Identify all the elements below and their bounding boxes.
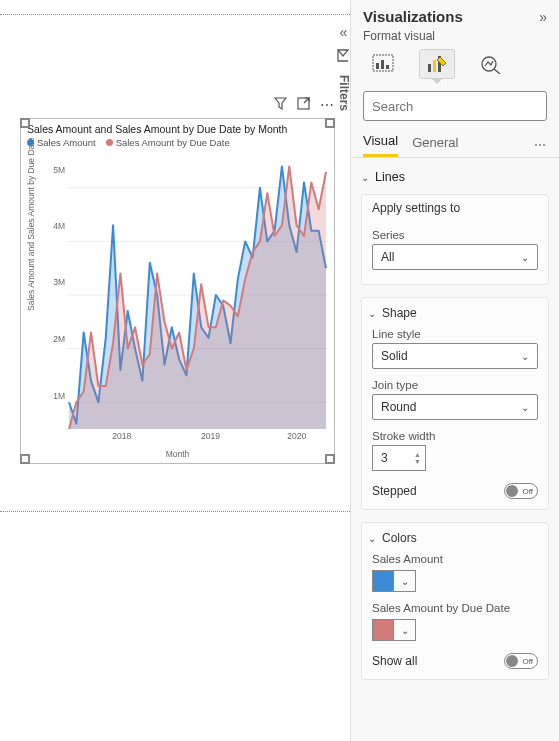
stepper-value: 3: [381, 451, 388, 465]
color-swatch[interactable]: [372, 619, 394, 641]
group-header-colors[interactable]: ⌄ Colors: [362, 523, 548, 549]
svg-rect-11: [433, 60, 436, 72]
collapse-filters-icon[interactable]: «: [340, 24, 348, 40]
svg-rect-10: [428, 64, 431, 72]
legend-item: Sales Amount: [27, 137, 96, 148]
canvas-boundary-bottom: [0, 511, 350, 512]
bookmark-icon[interactable]: [336, 48, 351, 63]
report-canvas: « Filters ⋯ Sales Amount and Sales Amoun…: [0, 0, 350, 741]
svg-point-13: [482, 57, 496, 71]
resize-handle[interactable]: [325, 118, 335, 128]
x-tick: 2018: [112, 431, 131, 441]
y-tick: 1M: [53, 391, 65, 401]
chart-legend: Sales Amount Sales Amount by Due Date: [21, 137, 334, 150]
show-all-toggle[interactable]: Off: [504, 653, 538, 669]
group-colors: ⌄ Colors Sales Amount ⌄ Sales Amount by …: [361, 522, 549, 680]
chevron-down-icon: ⌄: [368, 308, 376, 319]
chevron-down-icon: ⌄: [361, 172, 369, 183]
group-label: Shape: [382, 306, 417, 320]
y-tick: 2M: [53, 334, 65, 344]
stroke-width-stepper[interactable]: 3 ▲▼: [372, 445, 426, 471]
y-axis-ticks: 1M 2M 3M 4M 5M: [45, 161, 65, 429]
toggle-label: Show all: [372, 654, 417, 668]
line-style-select[interactable]: Solid ⌄: [372, 343, 538, 369]
y-tick: 4M: [53, 221, 65, 231]
field-label: Sales Amount: [362, 549, 548, 568]
tab-general[interactable]: General: [412, 135, 458, 156]
visualizations-panel: Visualizations » Format visual Visual Ge…: [350, 0, 559, 741]
tab-visual[interactable]: Visual: [363, 133, 398, 157]
section-lines[interactable]: ⌄ Lines: [351, 162, 559, 190]
color-picker-chevron[interactable]: ⌄: [394, 570, 416, 592]
select-value: All: [381, 250, 394, 264]
filter-icon[interactable]: [274, 97, 287, 113]
y-tick: 5M: [53, 165, 65, 175]
plot-area: [67, 161, 328, 429]
tab-more-icon[interactable]: ⋯: [534, 138, 547, 152]
group-title: Apply settings to: [362, 195, 548, 225]
y-axis-label: Sales Amount and Sales Amount by Due Dat…: [26, 138, 36, 311]
svg-rect-9: [386, 65, 389, 69]
color-picker-chevron[interactable]: ⌄: [394, 619, 416, 641]
stepper-down-icon[interactable]: ▼: [414, 458, 421, 465]
section-label: Lines: [375, 170, 405, 184]
search-input[interactable]: [363, 91, 547, 121]
legend-label: Sales Amount by Due Date: [116, 137, 230, 148]
build-visual-icon[interactable]: [365, 49, 401, 79]
svg-rect-7: [376, 63, 379, 69]
join-type-select[interactable]: Round ⌄: [372, 394, 538, 420]
canvas-boundary-top: [0, 14, 350, 15]
chevron-down-icon: ⌄: [368, 533, 376, 544]
y-tick: 3M: [53, 277, 65, 287]
legend-label: Sales Amount: [37, 137, 96, 148]
x-tick: 2020: [287, 431, 306, 441]
stepper-up-icon[interactable]: ▲: [414, 451, 421, 458]
toggle-label: Stepped: [372, 484, 417, 498]
x-axis-label: Month: [23, 449, 332, 459]
toggle-state: Off: [522, 487, 533, 496]
field-label: Stroke width: [362, 426, 548, 445]
format-mode-icons: [351, 49, 559, 85]
group-apply-settings: Apply settings to Series All ⌄: [361, 194, 549, 285]
focus-mode-icon[interactable]: [297, 97, 310, 113]
chevron-down-icon: ⌄: [521, 402, 529, 413]
visual-toolbar: ⋯: [274, 97, 334, 113]
group-label: Colors: [382, 531, 417, 545]
more-options-icon[interactable]: ⋯: [320, 97, 334, 113]
resize-handle[interactable]: [20, 118, 30, 128]
chevron-down-icon: ⌄: [521, 252, 529, 263]
field-label: Sales Amount by Due Date: [362, 598, 548, 617]
format-visual-icon[interactable]: [419, 49, 455, 79]
select-value: Solid: [381, 349, 408, 363]
x-tick: 2019: [201, 431, 220, 441]
chart-title: Sales Amount and Sales Amount by Due Dat…: [21, 119, 334, 137]
field-label: Series: [362, 225, 548, 244]
group-header-shape[interactable]: ⌄ Shape: [362, 298, 548, 324]
chevron-down-icon: ⌄: [521, 351, 529, 362]
toggle-state: Off: [522, 657, 533, 666]
field-label: Line style: [362, 324, 548, 343]
group-shape: ⌄ Shape Line style Solid ⌄ Join type Rou…: [361, 297, 549, 510]
color-swatch[interactable]: [372, 570, 394, 592]
stepped-toggle[interactable]: Off: [504, 483, 538, 499]
select-value: Round: [381, 400, 416, 414]
search-field[interactable]: [372, 99, 540, 114]
svg-rect-8: [381, 60, 384, 69]
filters-pane-tab[interactable]: Filters: [337, 75, 351, 111]
legend-marker-icon: [106, 139, 113, 146]
field-label: Join type: [362, 375, 548, 394]
chart-visual[interactable]: ⋯ Sales Amount and Sales Amount by Due D…: [20, 118, 335, 464]
legend-item: Sales Amount by Due Date: [106, 137, 230, 148]
series-select[interactable]: All ⌄: [372, 244, 538, 270]
analytics-icon[interactable]: [473, 49, 509, 79]
panel-title: Visualizations: [363, 8, 463, 25]
x-axis-ticks: 2018 2019 2020: [67, 431, 328, 443]
panel-subtitle: Format visual: [351, 27, 559, 49]
collapse-panel-icon[interactable]: »: [539, 9, 547, 25]
